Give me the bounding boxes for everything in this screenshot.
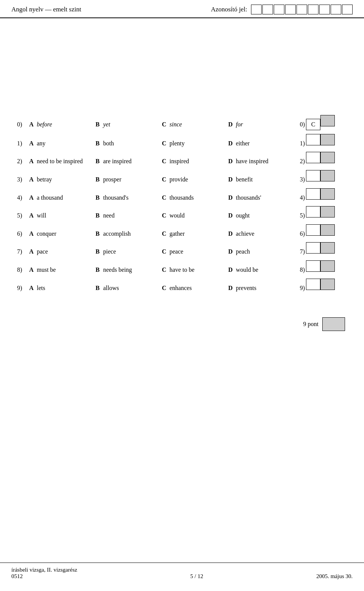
q-c-letter-8: C xyxy=(162,265,169,275)
questions-table: 0) A before B yet C since D for 0) C 1) … xyxy=(17,113,347,295)
q-ans-num-1: 1) xyxy=(295,139,306,148)
q-ans-box1-0[interactable]: C xyxy=(306,119,320,130)
q-ans-num-2: 2) xyxy=(295,156,306,166)
q-a-text-3: betray xyxy=(37,175,96,184)
q-ans-box1-5[interactable] xyxy=(306,206,320,217)
q-d-text-2: have inspired xyxy=(236,156,295,166)
q-a-letter-3: A xyxy=(29,175,37,184)
q-c-text-7: peace xyxy=(169,247,228,257)
q-a-text-5: will xyxy=(37,211,96,221)
q-b-letter-1: B xyxy=(96,139,103,148)
q-d-text-0: for xyxy=(236,120,295,129)
q-ans-box2-2 xyxy=(320,152,335,163)
q-d-text-9: prevents xyxy=(236,283,295,293)
q-b-letter-7: B xyxy=(96,247,103,257)
footer-date: 2005. május 30. xyxy=(316,573,353,580)
q-c-letter-6: C xyxy=(162,229,169,239)
id-box-9[interactable] xyxy=(342,5,353,14)
q-b-text-3: prosper xyxy=(103,175,162,184)
q-ans-num-8: 8) xyxy=(295,265,306,275)
q-d-letter-8: D xyxy=(228,265,236,275)
q-ans-box2-1 xyxy=(320,134,335,145)
q-ans-num-9: 9) xyxy=(295,283,306,293)
q-ans-box2-6 xyxy=(320,224,335,236)
id-box-3[interactable] xyxy=(274,5,284,14)
q-c-text-8: have to be xyxy=(169,265,228,275)
top-spacer xyxy=(11,30,353,113)
q-ans-num-7: 7) xyxy=(295,247,306,257)
q-a-letter-1: A xyxy=(29,139,37,148)
q-b-letter-2: B xyxy=(96,156,103,166)
q-b-text-9: allows xyxy=(103,283,162,293)
q-num-3: 3) xyxy=(17,175,29,184)
q-a-letter-4: A xyxy=(29,193,37,203)
question-row-9: 9) A lets B allows C enhances D prevents… xyxy=(17,277,347,295)
q-b-text-0: yet xyxy=(103,120,162,129)
q-b-letter-9: B xyxy=(96,283,103,293)
q-ans-box1-3[interactable] xyxy=(306,170,320,181)
q-b-letter-3: B xyxy=(96,175,103,184)
q-ans-box1-6[interactable] xyxy=(306,224,320,236)
q-ans-box2-8 xyxy=(320,260,335,272)
score-box[interactable] xyxy=(322,317,345,331)
main-content: 0) A before B yet C since D for 0) C 1) … xyxy=(0,18,364,342)
q-c-letter-1: C xyxy=(162,139,169,148)
q-num-4: 4) xyxy=(17,193,29,203)
q-a-letter-9: A xyxy=(29,283,37,293)
q-d-letter-2: D xyxy=(228,156,236,166)
q-b-letter-6: B xyxy=(96,229,103,239)
q-ans-box1-9[interactable] xyxy=(306,279,320,290)
q-d-letter-3: D xyxy=(228,175,236,184)
q-b-text-2: are inspired xyxy=(103,156,162,166)
q-ans-box1-1[interactable] xyxy=(306,134,320,145)
q-b-text-1: both xyxy=(103,139,162,148)
q-c-text-6: gather xyxy=(169,229,228,239)
footer-page-num: 5 / 12 xyxy=(190,573,203,580)
q-d-text-4: thousands' xyxy=(236,193,295,203)
q-b-letter-0: B xyxy=(96,120,103,129)
q-a-letter-6: A xyxy=(29,229,37,239)
id-box-1[interactable] xyxy=(251,5,262,14)
question-row-0: 0) A before B yet C since D for 0) C xyxy=(17,113,347,132)
q-d-text-5: ought xyxy=(236,211,295,221)
q-ans-box2-5 xyxy=(320,206,335,217)
id-box-8[interactable] xyxy=(331,5,341,14)
q-b-text-5: need xyxy=(103,211,162,221)
q-d-text-6: achieve xyxy=(236,229,295,239)
q-b-letter-4: B xyxy=(96,193,103,203)
id-box-6[interactable] xyxy=(308,5,318,14)
q-d-letter-9: D xyxy=(228,283,236,293)
q-d-text-8: would be xyxy=(236,265,295,275)
q-ans-box1-8[interactable] xyxy=(306,260,320,272)
id-box-7[interactable] xyxy=(319,5,330,14)
q-ans-box1-4[interactable] xyxy=(306,188,320,200)
id-box-4[interactable] xyxy=(285,5,296,14)
q-b-text-7: piece xyxy=(103,247,162,257)
q-num-0: 0) xyxy=(17,120,29,129)
q-a-text-8: must be xyxy=(37,265,96,275)
q-a-text-6: conquer xyxy=(37,229,96,239)
q-num-7: 7) xyxy=(17,247,29,257)
q-a-text-2: need to be inspired xyxy=(37,156,96,166)
q-a-letter-0: A xyxy=(29,120,37,129)
q-ans-box1-7[interactable] xyxy=(306,242,320,254)
q-num-5: 5) xyxy=(17,211,29,221)
score-section: 9 pont xyxy=(11,317,353,331)
id-boxes xyxy=(251,5,353,14)
q-d-letter-4: D xyxy=(228,193,236,203)
q-d-letter-6: D xyxy=(228,229,236,239)
question-row-1: 1) A any B both C plenty D either 1) xyxy=(17,132,347,150)
footer-exam-info: írásbeli vizsga, II. vizsgarész xyxy=(11,567,77,573)
q-ans-box1-2[interactable] xyxy=(306,152,320,163)
id-box-2[interactable] xyxy=(262,5,273,14)
q-c-letter-2: C xyxy=(162,156,169,166)
q-b-letter-8: B xyxy=(96,265,103,275)
q-ans-box2-3 xyxy=(320,170,335,181)
q-ans-num-0: 0) xyxy=(295,120,306,129)
id-box-5[interactable] xyxy=(297,5,307,14)
q-a-text-9: lets xyxy=(37,283,96,293)
q-a-letter-7: A xyxy=(29,247,37,257)
q-d-letter-0: D xyxy=(228,120,236,129)
q-num-1: 1) xyxy=(17,139,29,148)
q-d-text-3: benefit xyxy=(236,175,295,184)
